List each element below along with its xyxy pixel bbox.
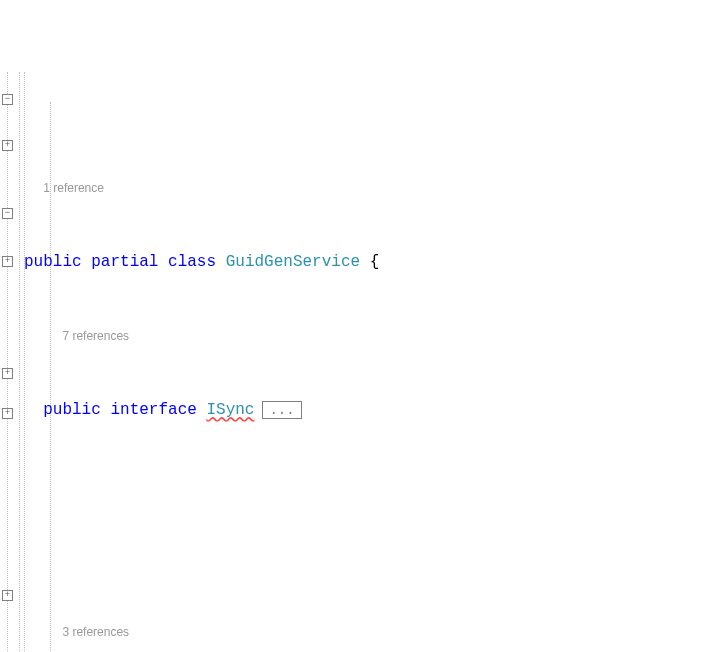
code-line[interactable]: public partial class GuidGenService { (24, 250, 715, 274)
fold-toggle[interactable]: − (2, 208, 13, 219)
collapsed-region[interactable]: ... (262, 401, 301, 419)
code-line[interactable]: public interface ISync ... (24, 398, 715, 422)
reference-count[interactable]: 1 reference (24, 180, 715, 196)
fold-toggle[interactable]: + (2, 590, 13, 601)
reference-count[interactable]: 7 references (24, 328, 715, 344)
fold-toggle[interactable]: − (2, 94, 13, 105)
fold-toggle[interactable]: + (2, 256, 13, 267)
code-editor: − + − + + + + 1 reference public partial… (0, 72, 715, 652)
fold-gutter: − + − + + + + (0, 72, 20, 652)
reference-count[interactable]: 3 references (24, 624, 715, 640)
code-content[interactable]: 1 reference public partial class GuidGen… (20, 72, 715, 652)
fold-toggle[interactable]: + (2, 140, 13, 151)
fold-toggle[interactable]: + (2, 408, 13, 419)
fold-toggle[interactable]: + (2, 368, 13, 379)
